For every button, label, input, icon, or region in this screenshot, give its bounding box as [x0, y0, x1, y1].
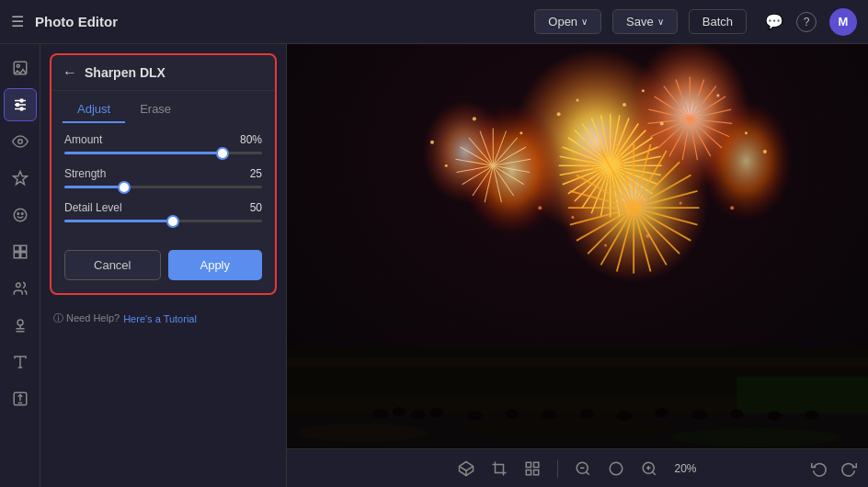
amount-slider-row: Amount 80%	[64, 133, 262, 154]
sidebar-item-profile[interactable]	[4, 51, 37, 85]
svg-point-104	[557, 112, 561, 116]
svg-point-163	[805, 410, 818, 419]
zoom-circle-icon[interactable]	[608, 460, 624, 477]
batch-button[interactable]: Batch	[689, 9, 747, 34]
sidebar-item-stamp[interactable]	[4, 309, 37, 342]
svg-point-7	[20, 108, 23, 110]
svg-point-175	[611, 462, 623, 475]
svg-rect-14	[20, 245, 26, 251]
svg-point-121	[730, 206, 734, 210]
svg-point-148	[455, 417, 680, 439]
svg-point-160	[691, 410, 706, 419]
svg-point-155	[506, 409, 519, 418]
save-button[interactable]: Save ∨	[612, 9, 678, 34]
amount-label: Amount	[64, 133, 102, 146]
strength-value: 25	[250, 167, 262, 180]
tab-erase[interactable]: Erase	[125, 96, 186, 123]
svg-point-120	[604, 244, 607, 246]
svg-point-11	[17, 213, 19, 215]
sidebar-item-face[interactable]	[4, 198, 37, 232]
svg-point-162	[767, 411, 782, 420]
svg-point-110	[520, 131, 522, 134]
back-button[interactable]: ←	[63, 64, 77, 81]
strength-fill	[64, 186, 124, 188]
svg-point-114	[445, 164, 448, 167]
sidebar-item-sparkle[interactable]	[4, 162, 37, 195]
help-icon[interactable]: ?	[796, 12, 817, 32]
undo-icon[interactable]	[811, 460, 828, 477]
detail-label: Detail Level	[64, 201, 122, 214]
help-prefix: ⓘ Need Help?	[53, 311, 120, 325]
svg-point-161	[730, 409, 743, 418]
sidebar-item-eye[interactable]	[4, 125, 37, 158]
tabs: Adjust Erase	[51, 91, 275, 122]
strength-track	[64, 186, 262, 188]
svg-point-105	[576, 98, 578, 101]
svg-point-152	[411, 410, 426, 419]
svg-rect-27	[287, 357, 868, 367]
detail-fill	[64, 220, 173, 222]
strength-slider-row: Strength 25	[64, 167, 262, 188]
svg-point-108	[660, 121, 664, 125]
svg-point-150	[373, 409, 388, 418]
svg-point-8	[17, 140, 22, 144]
action-buttons: Cancel Apply	[51, 246, 275, 293]
svg-point-10	[14, 209, 27, 221]
cancel-button[interactable]: Cancel	[64, 250, 161, 280]
strength-thumb[interactable]	[118, 181, 131, 194]
panel: ← Sharpen DLX Adjust Erase Amount 80%	[40, 44, 287, 487]
tab-adjust[interactable]: Adjust	[63, 96, 125, 123]
bottom-toolbar: 20%	[287, 448, 868, 487]
divider-1	[557, 459, 558, 478]
message-icon[interactable]: 💬	[765, 13, 783, 30]
svg-marker-9	[13, 172, 27, 185]
sidebar-item-text[interactable]	[4, 345, 37, 379]
layers-icon[interactable]	[458, 460, 474, 477]
svg-point-156	[542, 410, 556, 419]
sidebar-item-layers[interactable]	[4, 235, 37, 268]
sidebar-item-export[interactable]	[4, 382, 37, 415]
svg-rect-13	[14, 245, 19, 251]
sidebar-item-adjustments[interactable]	[4, 88, 37, 121]
svg-point-12	[21, 213, 23, 215]
svg-rect-168	[527, 462, 531, 467]
detail-thumb[interactable]	[166, 215, 179, 228]
sidebar	[0, 44, 40, 487]
fireworks-scene	[287, 44, 868, 448]
svg-point-34	[423, 100, 508, 203]
zoom-in-icon[interactable]	[641, 460, 657, 477]
help-tutorial-link[interactable]: Here's a Tutorial	[123, 313, 197, 324]
zoom-out-icon[interactable]	[575, 460, 591, 477]
sharpen-dlx-panel: ← Sharpen DLX Adjust Erase Amount 80%	[50, 53, 277, 295]
grid-icon[interactable]	[524, 460, 541, 477]
crop-icon[interactable]	[491, 460, 508, 477]
main-area: ← Sharpen DLX Adjust Erase Amount 80%	[0, 44, 868, 487]
menu-icon[interactable]: ☰	[11, 13, 24, 30]
svg-point-6	[16, 104, 18, 107]
avatar[interactable]: M	[829, 8, 857, 36]
sidebar-item-people[interactable]	[4, 272, 37, 305]
amount-value: 80%	[240, 133, 262, 146]
help-text: ⓘ Need Help? Here's a Tutorial	[40, 304, 286, 333]
svg-line-174	[587, 471, 589, 474]
svg-point-1	[17, 64, 19, 67]
svg-point-115	[430, 141, 434, 144]
svg-rect-169	[534, 462, 539, 467]
svg-point-109	[716, 94, 719, 96]
svg-point-113	[763, 150, 767, 153]
canvas-image	[287, 44, 868, 448]
header: ☰ Photo Editor Open ∨ Save ∨ Batch 💬 ? M	[0, 0, 868, 44]
svg-point-116	[571, 216, 574, 219]
svg-point-158	[617, 411, 632, 420]
open-button[interactable]: Open ∨	[534, 9, 601, 34]
apply-button[interactable]: Apply	[168, 250, 263, 280]
svg-rect-16	[20, 253, 26, 258]
header-icons: 💬 ? M	[765, 8, 857, 36]
svg-point-119	[538, 206, 542, 210]
detail-value: 50	[250, 201, 262, 214]
svg-point-111	[473, 117, 476, 120]
zoom-value: 20%	[674, 462, 696, 475]
amount-thumb[interactable]	[216, 147, 229, 160]
detail-slider-row: Detail Level 50	[64, 201, 262, 222]
redo-icon[interactable]	[840, 460, 857, 477]
